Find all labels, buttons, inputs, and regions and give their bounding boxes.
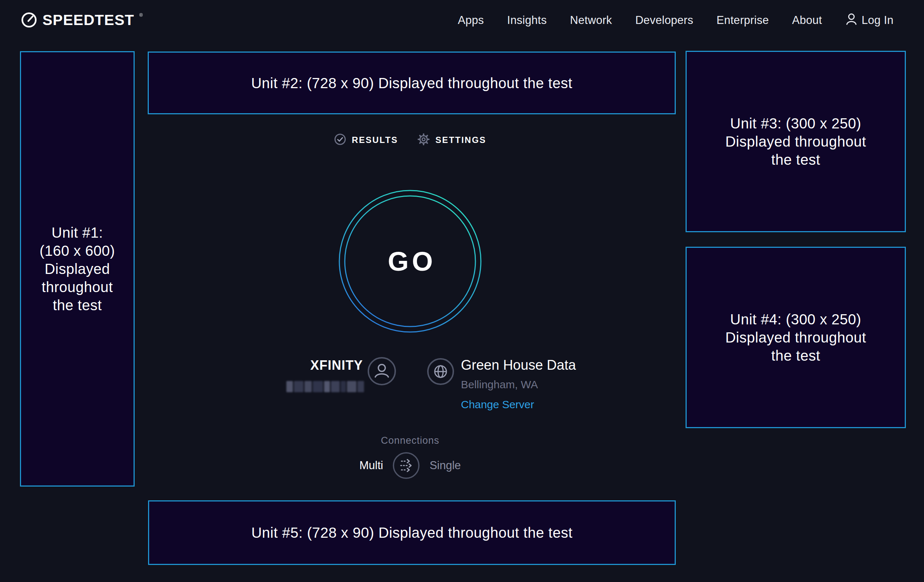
tab-settings-label: SETTINGS [436, 135, 486, 145]
isp-name: XFINITY [310, 358, 363, 373]
nav-about[interactable]: About [792, 14, 822, 27]
isp-details-redacted [286, 381, 364, 392]
trademark-symbol: ® [139, 13, 143, 17]
nav-developers[interactable]: Developers [635, 14, 693, 27]
ad-unit-1-line: Unit #1: [51, 224, 103, 242]
logo-wordmark: SPEEDTEST [43, 11, 134, 29]
ad-unit-1-placeholder: Unit #1: (160 x 600) Displayed throughou… [20, 51, 135, 486]
check-circle-icon [334, 133, 346, 147]
ad-unit-1-line: the test [53, 296, 102, 314]
ad-unit-3-line: Displayed throughout [725, 132, 866, 150]
nav-network[interactable]: Network [570, 14, 612, 27]
tab-results-label: RESULTS [351, 135, 398, 145]
ad-unit-1-line: (160 x 600) [40, 242, 115, 260]
user-icon [845, 12, 858, 29]
isp-user-icon [367, 357, 396, 387]
ad-unit-1-line: throughout [42, 278, 113, 296]
connections-multi-option[interactable]: Multi [359, 459, 383, 472]
go-button-label: GO [338, 189, 483, 334]
ad-unit-3-line: Unit #3: (300 x 250) [730, 114, 861, 132]
tab-results[interactable]: RESULTS [334, 133, 398, 147]
tab-settings[interactable]: SETTINGS [417, 133, 486, 147]
ad-unit-2-text: Unit #2: (728 x 90) Displayed throughout… [251, 74, 573, 92]
ad-unit-4-line: the test [771, 346, 820, 364]
server-location: Bellingham, WA [461, 378, 576, 391]
ad-unit-3-line: the test [771, 150, 820, 169]
ad-unit-5-placeholder: Unit #5: (728 x 90) Displayed throughout… [148, 500, 676, 565]
nav-login[interactable]: Log In [845, 12, 894, 29]
connections-label: Connections [381, 435, 439, 446]
tab-bar: RESULTS [334, 133, 486, 147]
ad-unit-1-line: Displayed [45, 260, 110, 278]
speedometer-logo-icon [21, 11, 37, 30]
nav-insights[interactable]: Insights [507, 14, 546, 27]
go-button[interactable]: GO [338, 189, 483, 334]
nav-apps[interactable]: Apps [458, 14, 484, 27]
ad-unit-4-line: Unit #4: (300 x 250) [730, 310, 861, 328]
change-server-link[interactable]: Change Server [461, 398, 534, 411]
main-nav: Apps Insights Network Developers Enterpr… [458, 12, 894, 29]
server-info: Green House Data Bellingham, WA Change S… [461, 357, 576, 411]
connections-toggle-icon[interactable] [393, 452, 420, 479]
ad-unit-5-text: Unit #5: (728 x 90) Displayed throughout… [251, 524, 573, 542]
server-name: Green House Data [461, 357, 576, 373]
ad-unit-4-placeholder: Unit #4: (300 x 250) Displayed throughou… [686, 247, 906, 428]
nav-enterprise[interactable]: Enterprise [716, 14, 769, 27]
speedtest-page: SPEEDTEST ® Apps Insights Network Develo… [0, 0, 924, 582]
top-nav: SPEEDTEST ® Apps Insights Network Develo… [0, 0, 924, 41]
nav-login-label: Log In [861, 14, 894, 27]
ad-unit-2-placeholder: Unit #2: (728 x 90) Displayed throughout… [148, 51, 676, 114]
ad-unit-3-placeholder: Unit #3: (300 x 250) Displayed throughou… [686, 51, 906, 232]
connections-toggle-group: Multi Single [359, 452, 461, 479]
server-globe-icon [427, 358, 454, 387]
connections-single-option[interactable]: Single [430, 459, 461, 472]
ad-unit-4-line: Displayed throughout [725, 328, 866, 346]
speedtest-logo[interactable]: SPEEDTEST ® [21, 11, 143, 30]
gear-icon [417, 133, 430, 147]
